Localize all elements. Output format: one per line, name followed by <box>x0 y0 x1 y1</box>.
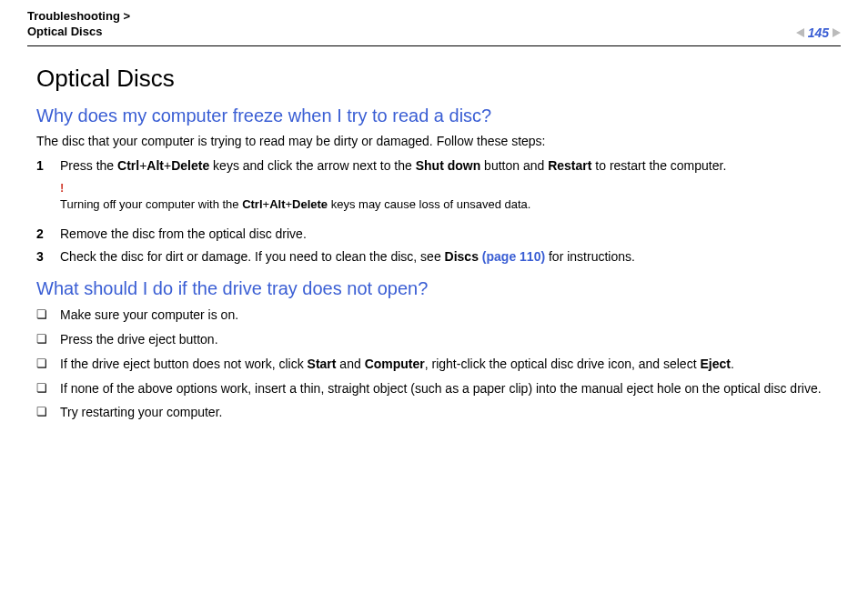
list-item: ❏ If the drive eject button does not wor… <box>36 356 841 373</box>
bullet-icon: ❏ <box>36 356 60 373</box>
step-body: Check the disc for dirt or damage. If yo… <box>60 248 841 266</box>
bold-start: Start <box>308 357 337 371</box>
section1-steps: 1 Press the Ctrl+Alt+Delete keys and cli… <box>36 157 841 266</box>
step-body: Press the Ctrl+Alt+Delete keys and click… <box>60 157 841 220</box>
step-body: Remove the disc from the optical disc dr… <box>60 226 841 243</box>
bold-discs: Discs <box>445 249 482 264</box>
bullet-text: Press the drive eject button. <box>60 331 218 348</box>
bold-computer: Computer <box>365 357 425 371</box>
text: + <box>164 158 171 173</box>
text: . <box>731 357 734 371</box>
content: Optical Discs Why does my computer freez… <box>27 65 841 422</box>
step-number: 3 <box>36 248 60 266</box>
text: + <box>263 197 270 211</box>
text: and <box>336 357 364 371</box>
text: for instructions. <box>545 249 635 264</box>
page-header: Troubleshooting > Optical Discs 145 <box>27 9 841 46</box>
step-3: 3 Check the disc for dirt or damage. If … <box>36 248 841 266</box>
text: Press the <box>60 158 117 173</box>
text: , right-click the optical disc drive ico… <box>425 357 701 371</box>
text: + <box>285 197 292 211</box>
warning: ! Turning off your computer with the Ctr… <box>60 180 841 213</box>
bullet-text: If none of the above options work, inser… <box>60 380 822 397</box>
list-item: ❏ Press the drive eject button. <box>36 331 841 348</box>
bullet-text: Make sure your computer is on. <box>60 306 238 324</box>
text: to restart the computer. <box>591 158 726 173</box>
page-title: Optical Discs <box>36 65 841 93</box>
step-number: 2 <box>36 226 60 243</box>
section2-heading: What should I do if the drive tray does … <box>36 278 841 299</box>
warning-text: Turning off your computer with the Ctrl+… <box>60 197 530 211</box>
bold-restart: Restart <box>548 158 591 173</box>
bold-shut-down: Shut down <box>416 158 481 173</box>
breadcrumb: Troubleshooting > Optical Discs <box>27 9 130 40</box>
bullet-icon: ❏ <box>36 306 60 324</box>
text: keys may cause loss of unsaved data. <box>328 197 530 211</box>
bullet-icon: ❏ <box>36 380 60 397</box>
key-ctrl: Ctrl <box>117 158 139 173</box>
step-1: 1 Press the Ctrl+Alt+Delete keys and cli… <box>36 157 841 220</box>
text: If the drive eject button does not work,… <box>60 357 308 371</box>
section2-bullets: ❏ Make sure your computer is on. ❏ Press… <box>36 306 841 421</box>
section1-heading: Why does my computer freeze when I try t… <box>36 106 841 126</box>
breadcrumb-line1: Troubleshooting > <box>27 9 130 25</box>
page-number: 145 <box>808 25 829 40</box>
key-ctrl: Ctrl <box>242 197 262 211</box>
prev-page-icon[interactable] <box>796 28 804 37</box>
bullet-text: If the drive eject button does not work,… <box>60 356 734 373</box>
breadcrumb-line2: Optical Discs <box>27 25 130 40</box>
page-link[interactable]: (page 110) <box>482 249 545 264</box>
key-alt: Alt <box>269 197 285 211</box>
list-item: ❏ If none of the above options work, ins… <box>36 380 841 397</box>
text: Check the disc for dirt or damage. If yo… <box>60 249 445 264</box>
next-page-icon[interactable] <box>833 28 841 37</box>
bullet-icon: ❏ <box>36 404 60 421</box>
warning-icon: ! <box>60 180 841 196</box>
section1-intro: The disc that your computer is trying to… <box>36 134 841 148</box>
bullet-text: Try restarting your computer. <box>60 404 222 421</box>
text: keys and click the arrow next to the <box>209 158 415 173</box>
list-item: ❏ Make sure your computer is on. <box>36 306 841 324</box>
text: Turning off your computer with the <box>60 197 242 211</box>
step-number: 1 <box>36 157 60 220</box>
key-alt: Alt <box>146 158 164 173</box>
list-item: ❏ Try restarting your computer. <box>36 404 841 421</box>
bold-eject: Eject <box>700 357 730 371</box>
text: button and <box>480 158 548 173</box>
step-2: 2 Remove the disc from the optical disc … <box>36 226 841 243</box>
bullet-icon: ❏ <box>36 331 60 348</box>
page: Troubleshooting > Optical Discs 145 Opti… <box>0 0 868 447</box>
page-number-nav: 145 <box>796 25 841 40</box>
key-delete: Delete <box>171 158 209 173</box>
key-delete: Delete <box>292 197 328 211</box>
